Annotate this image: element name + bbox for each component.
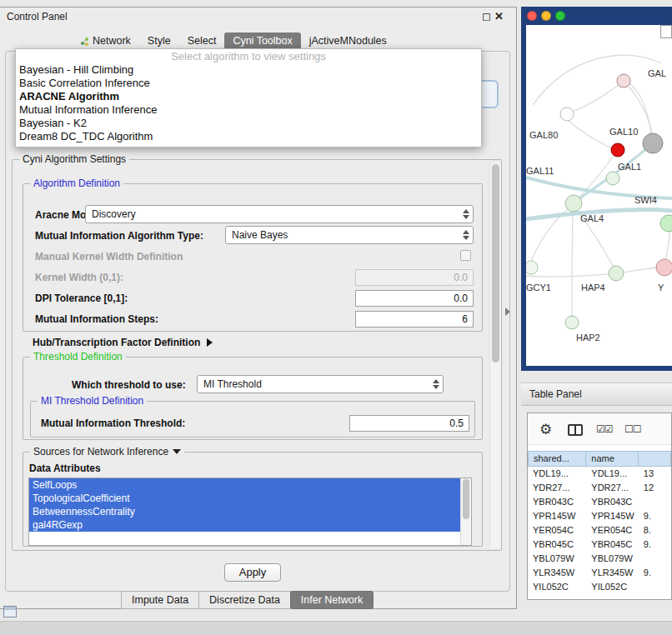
manual-kernel-checkbox[interactable] xyxy=(460,250,471,261)
node-gcy1[interactable] xyxy=(526,261,538,274)
deselect-all-checks-icon[interactable]: ☐☐ xyxy=(624,423,641,435)
control-panel-window: Control Panel ◻ ✕ Network Style Select C… xyxy=(0,7,517,609)
node-label: GAL11 xyxy=(526,166,554,176)
node-red-gal10[interactable] xyxy=(611,143,624,157)
mi-type-combo[interactable]: Naive Bayes xyxy=(225,226,474,244)
column-header-name[interactable]: name xyxy=(586,451,639,467)
node-pink-right[interactable] xyxy=(656,259,672,276)
table-row[interactable]: YIL052C YIL052C xyxy=(528,580,671,594)
minimize-traffic-light[interactable] xyxy=(541,11,551,21)
settings-group-title: Cyni Algorithm Settings xyxy=(19,153,129,165)
select-all-checks-icon[interactable]: ☑☑ xyxy=(596,423,613,435)
list-scrollbar-thumb[interactable] xyxy=(463,479,469,519)
minimized-window-icon[interactable] xyxy=(3,606,17,618)
node-gray[interactable] xyxy=(643,133,663,153)
cell xyxy=(639,580,671,594)
settings-scrollbar[interactable] xyxy=(489,162,501,548)
column-header-cut[interactable] xyxy=(639,451,671,467)
table-header-row: shared... name xyxy=(528,451,671,467)
sources-group: Sources for Network Inference Data Attri… xyxy=(23,452,483,547)
tab-cyni-toolbox-label: Cyni Toolbox xyxy=(233,35,292,47)
cell: YBL079W xyxy=(586,552,639,566)
dpi-tolerance-field[interactable]: 0.0 xyxy=(355,290,474,307)
gear-icon[interactable]: ⚙ xyxy=(539,421,552,438)
dropdown-item[interactable]: Mutual Information Inference xyxy=(16,103,481,117)
threshold-definition-title: Threshold Definition xyxy=(30,351,126,362)
close-traffic-light[interactable] xyxy=(527,11,537,21)
node-hap2[interactable] xyxy=(565,316,579,329)
combo-updown-icon xyxy=(463,230,469,240)
which-threshold-combo[interactable]: MI Threshold xyxy=(197,375,444,393)
cell: 9. xyxy=(639,509,671,523)
expand-right-icon[interactable] xyxy=(207,338,213,347)
tab-impute-data[interactable]: Impute Data xyxy=(121,591,199,609)
dropdown-item[interactable]: Bayesian - K2 xyxy=(16,117,481,130)
node-pink[interactable] xyxy=(617,74,630,88)
aracne-mode-combo[interactable]: Discovery xyxy=(85,205,474,223)
node-hap4[interactable] xyxy=(609,266,624,281)
apply-button[interactable]: Apply xyxy=(224,563,281,582)
node-gal1[interactable] xyxy=(606,172,619,185)
table-row[interactable]: YER054C YER054C 8. xyxy=(528,523,671,538)
network-edges-thick xyxy=(526,143,672,219)
column-header-shared[interactable]: shared... xyxy=(528,451,586,467)
mi-steps-label: Mutual Information Steps: xyxy=(35,313,158,325)
node-label: GAL10 xyxy=(609,127,638,137)
data-attributes-list[interactable]: SelfLoops TopologicalCoefficient Between… xyxy=(28,478,472,546)
panel-splitter-arrow-icon[interactable] xyxy=(505,308,510,316)
table-row[interactable]: YDL19... YDL19... 13 xyxy=(528,467,671,481)
table-row[interactable]: YBR043C YBR043C xyxy=(528,495,671,509)
tab-style-label: Style xyxy=(148,35,171,47)
cell: 12 xyxy=(639,481,671,495)
table-row[interactable]: YDR27... YDR27... 12 xyxy=(528,481,671,495)
collapse-down-icon[interactable] xyxy=(173,449,181,454)
network-canvas[interactable]: GAL GAL80 GAL10 GAL1 GAL11 SWI4 GAL4 GCY… xyxy=(526,25,672,366)
list-item[interactable]: BetweennessCentrality xyxy=(29,505,460,518)
mi-steps-field[interactable]: 6 xyxy=(355,311,474,328)
sources-group-title[interactable]: Sources for Network Inference xyxy=(30,446,184,458)
table-row[interactable]: YBL079W YBL079W xyxy=(528,552,671,566)
settings-scrollbar-thumb[interactable] xyxy=(492,164,499,362)
tab-select[interactable]: Select xyxy=(179,32,225,49)
kernel-width-field[interactable]: 0.0 xyxy=(355,269,474,286)
dropdown-item[interactable]: Basic Correlation Inference xyxy=(16,77,481,90)
tab-network[interactable]: Network xyxy=(72,32,139,49)
node-gal80[interactable] xyxy=(560,108,574,121)
tab-jactivemnodules[interactable]: jActiveMNodules xyxy=(301,32,395,49)
mi-threshold-field[interactable]: 0.5 xyxy=(349,415,469,432)
tab-style[interactable]: Style xyxy=(139,32,179,49)
network-canvas-corner-box xyxy=(660,25,672,38)
node-green-right[interactable] xyxy=(660,215,672,232)
node-label: HAP2 xyxy=(576,332,600,342)
mi-threshold-label: Mutual Information Threshold: xyxy=(41,418,185,429)
dropdown-item[interactable]: Bayesian - Hill Climbing xyxy=(16,63,481,77)
tab-cyni-toolbox[interactable]: Cyni Toolbox xyxy=(224,32,300,49)
table-row[interactable]: YLR345W YLR345W 9. xyxy=(528,566,671,580)
network-view-window: GAL GAL80 GAL10 GAL1 GAL11 SWI4 GAL4 GCY… xyxy=(521,7,672,371)
columns-icon[interactable] xyxy=(568,424,583,436)
table-row[interactable]: YBR045C YBR045C 9. xyxy=(528,538,671,552)
bottom-status-strip xyxy=(0,621,672,635)
zoom-traffic-light[interactable] xyxy=(555,11,565,21)
mi-threshold-group-title: MI Threshold Definition xyxy=(38,395,147,407)
cell: 13 xyxy=(639,467,671,481)
table-row[interactable]: YPR145W YPR145W 9. xyxy=(528,509,671,523)
dpi-tolerance-label: DPI Tolerance [0,1]: xyxy=(35,292,128,304)
node-label: HAP4 xyxy=(581,282,605,292)
tab-select-label: Select xyxy=(188,35,217,47)
tab-infer-network[interactable]: Infer Network xyxy=(290,591,374,609)
node-gal4[interactable] xyxy=(565,195,582,212)
list-item[interactable]: TopologicalCoefficient xyxy=(29,492,460,505)
restore-icon[interactable]: ◻ xyxy=(482,10,491,22)
dropdown-item-selected[interactable]: ARACNE Algorithm xyxy=(16,90,481,103)
dropdown-item[interactable]: Dream8 DC_TDC Algorithm xyxy=(16,130,481,143)
tab-discretize-data[interactable]: Discretize Data xyxy=(198,591,291,609)
list-item[interactable]: gal4RGexp xyxy=(29,518,460,532)
cell: YPR145W xyxy=(528,509,586,523)
close-icon[interactable]: ✕ xyxy=(494,10,504,22)
hub-transcription-factor-section[interactable]: Hub/Transcription Factor Definition xyxy=(33,337,213,348)
mi-type-value: Naive Bayes xyxy=(232,229,288,241)
list-scrollbar[interactable] xyxy=(460,478,471,545)
cell: YDL19... xyxy=(528,467,586,481)
list-item[interactable]: SelfLoops xyxy=(29,478,460,492)
